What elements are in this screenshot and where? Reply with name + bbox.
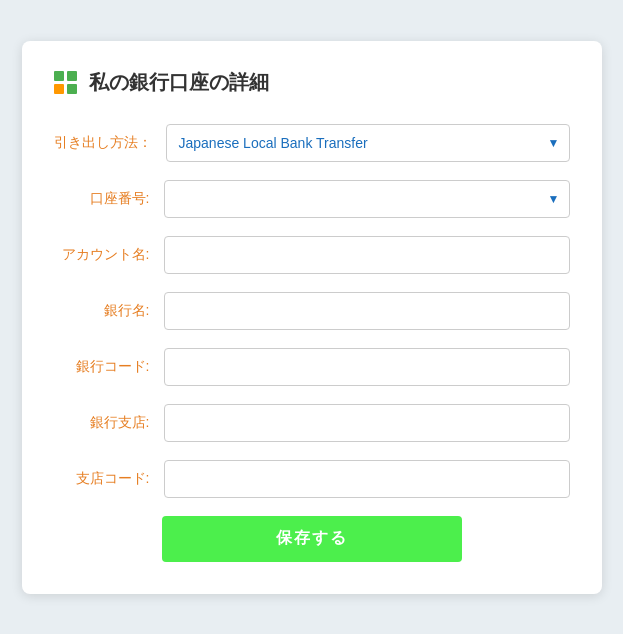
save-button[interactable]: 保存する <box>162 516 462 562</box>
account-number-label: 口座番号: <box>54 190 164 208</box>
branch-code-input[interactable] <box>164 460 570 498</box>
withdrawal-method-value: Japanese Local Bank Transfer <box>179 135 533 151</box>
account-name-input[interactable] <box>164 236 570 274</box>
bank-name-row: 銀行名: <box>54 292 570 330</box>
account-number-select-wrapper[interactable]: ▼ <box>164 180 570 218</box>
icon-block-4 <box>67 84 77 94</box>
bank-name-input[interactable] <box>164 292 570 330</box>
header-icon <box>54 71 77 94</box>
branch-code-row: 支店コード: <box>54 460 570 498</box>
icon-block-2 <box>67 71 77 81</box>
bank-name-label: 銀行名: <box>54 302 164 320</box>
bank-code-input[interactable] <box>164 348 570 386</box>
branch-row: 銀行支店: <box>54 404 570 442</box>
account-number-row: 口座番号: ▼ <box>54 180 570 218</box>
account-number-select[interactable] <box>164 180 570 218</box>
withdrawal-method-row: 引き出し方法： Japanese Local Bank Transfer ▼ <box>54 124 570 162</box>
card-header: 私の銀行口座の詳細 <box>54 69 570 96</box>
bank-code-row: 銀行コード: <box>54 348 570 386</box>
withdrawal-method-label: 引き出し方法： <box>54 134 166 152</box>
branch-code-label: 支店コード: <box>54 470 164 488</box>
branch-input[interactable] <box>164 404 570 442</box>
icon-block-1 <box>54 71 64 81</box>
icon-block-3 <box>54 84 64 94</box>
account-name-row: アカウント名: <box>54 236 570 274</box>
withdrawal-method-select-wrapper[interactable]: Japanese Local Bank Transfer ▼ <box>166 124 570 162</box>
account-name-label: アカウント名: <box>54 246 164 264</box>
bank-code-label: 銀行コード: <box>54 358 164 376</box>
withdrawal-method-select[interactable]: Japanese Local Bank Transfer <box>166 124 570 162</box>
bank-details-card: 私の銀行口座の詳細 引き出し方法： Japanese Local Bank Tr… <box>22 41 602 594</box>
branch-label: 銀行支店: <box>54 414 164 432</box>
page-title: 私の銀行口座の詳細 <box>89 69 269 96</box>
